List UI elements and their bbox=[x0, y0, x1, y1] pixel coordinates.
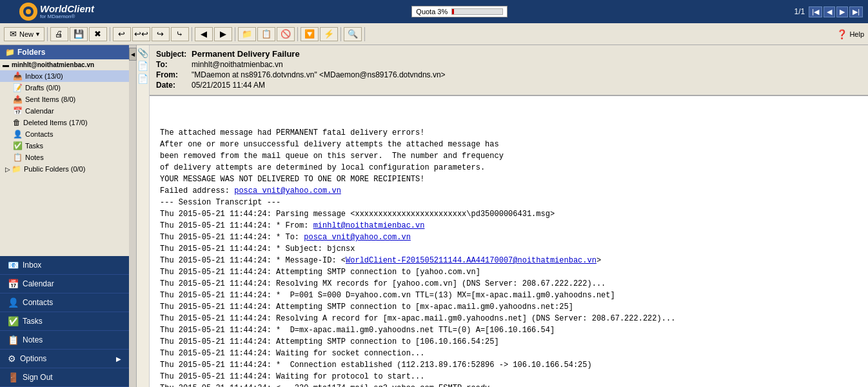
nav-contacts[interactable]: 👤 Contacts bbox=[0, 293, 129, 312]
help-button[interactable]: ❓ Help bbox=[836, 29, 864, 39]
quota-container: Quota 3% bbox=[411, 6, 508, 17]
email-to-value: minhlt@noithatmienbac.vn bbox=[192, 60, 283, 69]
delete-icon: ✖ bbox=[93, 29, 103, 39]
date-label: Date: bbox=[156, 81, 192, 90]
email-date-value: 05/21/2015 11:44 AM bbox=[192, 81, 265, 90]
options-arrow-icon: ▶ bbox=[116, 355, 121, 362]
toolbar-sep-7 bbox=[364, 27, 365, 41]
sidebar: 📁 Folders ▬ minhlt@noithatmienbac.vn 📥 I… bbox=[0, 45, 129, 387]
toolbar-sep-4 bbox=[235, 27, 235, 41]
nav-first-btn[interactable]: |◀ bbox=[809, 6, 822, 17]
email-subject-row: Subject: Permanent Delivery Failure bbox=[156, 49, 862, 59]
sidebar-item-deleted-label: Deleted Items (17/0) bbox=[23, 119, 88, 126]
nav-next-btn[interactable]: ▶ bbox=[836, 6, 848, 17]
sidebar-item-sent-label: Sent Items (8/0) bbox=[25, 95, 75, 103]
folders-header: 📁 Folders bbox=[0, 45, 129, 59]
logo-sub-text: for MDaemon® bbox=[40, 14, 94, 19]
left-panel: ◀ bbox=[129, 45, 137, 387]
sidebar-item-contacts-label: Contacts bbox=[25, 130, 53, 138]
new-icon: ✉ bbox=[8, 29, 18, 39]
account-item[interactable]: ▬ minhlt@noithatmienbac.vn bbox=[0, 59, 129, 70]
attach-icon-1[interactable]: 📎 bbox=[137, 48, 148, 58]
email-date-row: Date: 05/21/2015 11:44 AM bbox=[156, 81, 862, 90]
forward-icon: ↪ bbox=[155, 29, 166, 39]
rules-button[interactable]: ⚡ bbox=[320, 27, 338, 41]
folders-icon: 📁 bbox=[5, 48, 15, 57]
attach-icon-2[interactable]: 📄 bbox=[137, 61, 148, 71]
next-msg-button[interactable]: ▶ bbox=[214, 27, 232, 41]
sidebar-item-sent[interactable]: 📤 Sent Items (8/0) bbox=[0, 94, 129, 105]
forward-button[interactable]: ↪ bbox=[152, 27, 170, 41]
nav-calendar-label: Calendar bbox=[23, 279, 54, 288]
save-button[interactable]: 💾 bbox=[70, 27, 88, 41]
to-label: To: bbox=[156, 60, 192, 69]
nav-calendar[interactable]: 📅 Calendar bbox=[0, 275, 129, 293]
sidebar-item-inbox[interactable]: 📥 Inbox (13/0) bbox=[0, 70, 129, 82]
new-button[interactable]: ✉ New ▼ bbox=[4, 27, 44, 41]
main-layout: 📁 Folders ▬ minhlt@noithatmienbac.vn 📥 I… bbox=[0, 45, 868, 387]
logo-main-text: WorldClient bbox=[40, 4, 94, 14]
filter-icon: 🔽 bbox=[304, 29, 315, 39]
email-link[interactable]: posca_vnit@yahoo.com.vn bbox=[304, 233, 411, 242]
nav-tasks[interactable]: ✅ Tasks bbox=[0, 312, 129, 331]
sidebar-item-inbox-label: Inbox (13/0) bbox=[25, 72, 63, 80]
reply-all-icon: ↩↩ bbox=[136, 29, 146, 39]
contacts-icon: 👤 bbox=[13, 130, 23, 139]
toolbar-sep-1 bbox=[47, 27, 48, 41]
help-icon: ❓ bbox=[836, 29, 847, 39]
email-from-value: "MDaemon at ns89176.dotvndns.vn" <MDaemo… bbox=[192, 70, 446, 79]
nav-signout-icon: 🚪 bbox=[8, 372, 19, 382]
nav-prev-btn[interactable]: ◀ bbox=[824, 6, 835, 17]
folders-label: Folders bbox=[17, 48, 45, 57]
nav-options[interactable]: ⚙ Options ▶ bbox=[0, 350, 129, 368]
reply-button[interactable]: ↩ bbox=[113, 27, 131, 41]
public-expand-icon: ▷ bbox=[5, 166, 10, 173]
inbox-icon: 📥 bbox=[13, 72, 23, 81]
sidebar-item-deleted[interactable]: 🗑 Deleted Items (17/0) bbox=[0, 117, 129, 128]
delete-button[interactable]: ✖ bbox=[89, 27, 107, 41]
nav-notes[interactable]: 📋 Notes bbox=[0, 331, 129, 350]
reply-all-button[interactable]: ↩↩ bbox=[132, 27, 150, 41]
sidebar-item-drafts[interactable]: 📝 Drafts (0/0) bbox=[0, 82, 129, 94]
email-link[interactable]: minhlt@noithatmienbac.vn bbox=[313, 221, 425, 230]
sidebar-item-tasks-label: Tasks bbox=[25, 142, 43, 150]
filter-button[interactable]: 🔽 bbox=[301, 27, 319, 41]
prev-msg-button[interactable]: ◀ bbox=[195, 27, 213, 41]
copy-button[interactable]: 📋 bbox=[257, 27, 275, 41]
nav-tasks-icon: ✅ bbox=[8, 316, 19, 326]
email-link[interactable]: posca_vnit@yahoo.com.vn bbox=[234, 186, 341, 195]
nav-inbox-label: Inbox bbox=[23, 261, 41, 270]
nav-inbox[interactable]: 📧 Inbox bbox=[0, 256, 129, 275]
spam-button[interactable]: 🚫 bbox=[277, 27, 295, 41]
nav-tasks-label: Tasks bbox=[23, 317, 43, 326]
attach-icon-3[interactable]: 📄 bbox=[137, 74, 148, 84]
sidebar-item-public[interactable]: ▷ 📁 Public Folders (0/0) bbox=[0, 163, 129, 175]
nav-signout-label: Sign Out bbox=[23, 373, 53, 382]
sidebar-nav: 📧 Inbox 📅 Calendar 👤 Contacts ✅ Tasks 📋 … bbox=[0, 256, 129, 387]
redirect-button[interactable]: ⤷ bbox=[171, 27, 189, 41]
nav-options-icon: ⚙ bbox=[8, 353, 16, 364]
nav-signout[interactable]: 🚪 Sign Out bbox=[0, 368, 129, 387]
email-link[interactable]: WorldClient-F201505211144.AA44170007@noi… bbox=[346, 256, 597, 265]
toolbar: ✉ New ▼ 🖨 💾 ✖ ↩ ↩↩ ↪ ⤷ ◀ ▶ 📁 📋 🚫 🔽 ⚡ 🔍 ❓… bbox=[0, 23, 868, 45]
sidebar-item-calendar-label: Calendar bbox=[25, 107, 54, 115]
sidebar-item-contacts[interactable]: 👤 Contacts bbox=[0, 128, 129, 140]
toolbar-sep-6 bbox=[340, 27, 341, 41]
drafts-icon: 📝 bbox=[13, 83, 23, 92]
new-label: New bbox=[19, 30, 34, 38]
search-button[interactable]: 🔍 bbox=[344, 27, 362, 41]
split-collapse-btn[interactable]: ◀ bbox=[129, 48, 137, 61]
spam-icon: 🚫 bbox=[281, 29, 291, 39]
sent-icon: 📤 bbox=[13, 95, 23, 104]
sidebar-item-calendar[interactable]: 📅 Calendar bbox=[0, 105, 129, 117]
nav-contacts-label: Contacts bbox=[23, 298, 53, 307]
sidebar-item-tasks[interactable]: ✅ Tasks bbox=[0, 140, 129, 152]
subject-label: Subject: bbox=[156, 50, 192, 59]
sidebar-item-notes[interactable]: 📋 Notes bbox=[0, 152, 129, 163]
move-button[interactable]: 📁 bbox=[238, 27, 256, 41]
email-from-row: From: "MDaemon at ns89176.dotvndns.vn" <… bbox=[156, 70, 862, 79]
print-button[interactable]: 🖨 bbox=[50, 27, 68, 41]
nav-last-btn[interactable]: ▶| bbox=[849, 6, 863, 17]
print-icon: 🖨 bbox=[54, 29, 64, 39]
toolbar-sep-2 bbox=[110, 27, 110, 41]
